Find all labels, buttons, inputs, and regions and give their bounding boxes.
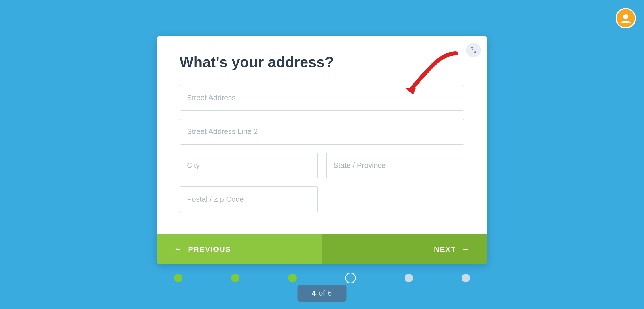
previous-arrow-icon: ← bbox=[174, 245, 182, 254]
postal-zip-input[interactable] bbox=[180, 186, 318, 212]
total-pages-text: of 6 bbox=[316, 289, 332, 297]
expand-button[interactable] bbox=[466, 43, 481, 57]
card-body: What's your address? bbox=[157, 36, 487, 234]
state-province-input[interactable] bbox=[326, 153, 464, 178]
previous-label: PREVIOUS bbox=[188, 245, 231, 254]
user-avatar[interactable] bbox=[616, 8, 636, 28]
progress-dot-2 bbox=[231, 274, 239, 282]
progress-line-4 bbox=[356, 278, 404, 278]
street-address-group bbox=[180, 85, 464, 111]
progress-dot-1 bbox=[174, 274, 182, 282]
form-title: What's your address? bbox=[180, 53, 464, 71]
next-label: NEXT bbox=[434, 245, 456, 254]
progress-dot-6 bbox=[462, 274, 470, 282]
progress-dot-4-current bbox=[345, 273, 356, 283]
page-counter: 4 of 6 bbox=[297, 285, 346, 302]
next-button[interactable]: NEXT → bbox=[322, 234, 487, 264]
street-address-2-group bbox=[180, 119, 464, 145]
card-footer: ← PREVIOUS NEXT → bbox=[157, 234, 487, 264]
svg-point-0 bbox=[623, 14, 628, 19]
progress-line-3 bbox=[297, 278, 345, 278]
progress-line-5 bbox=[413, 278, 462, 278]
progress-line-1 bbox=[182, 278, 231, 278]
street-address-input[interactable] bbox=[180, 85, 464, 111]
progress-dot-3 bbox=[288, 274, 297, 282]
next-arrow-icon: → bbox=[462, 245, 470, 254]
progress-dot-5 bbox=[405, 274, 413, 282]
state-province-group bbox=[326, 153, 464, 178]
address-form-card: What's your address? ← PREVIOUS bbox=[157, 36, 487, 264]
street-address-2-input[interactable] bbox=[180, 119, 464, 145]
previous-button[interactable]: ← PREVIOUS bbox=[157, 234, 322, 264]
progress-row bbox=[174, 273, 470, 283]
postal-zip-group bbox=[180, 186, 464, 212]
current-page-number: 4 bbox=[312, 289, 316, 297]
city-group bbox=[180, 153, 318, 178]
city-state-row bbox=[180, 153, 464, 178]
progress-line-2 bbox=[239, 278, 288, 278]
city-input[interactable] bbox=[180, 153, 318, 178]
